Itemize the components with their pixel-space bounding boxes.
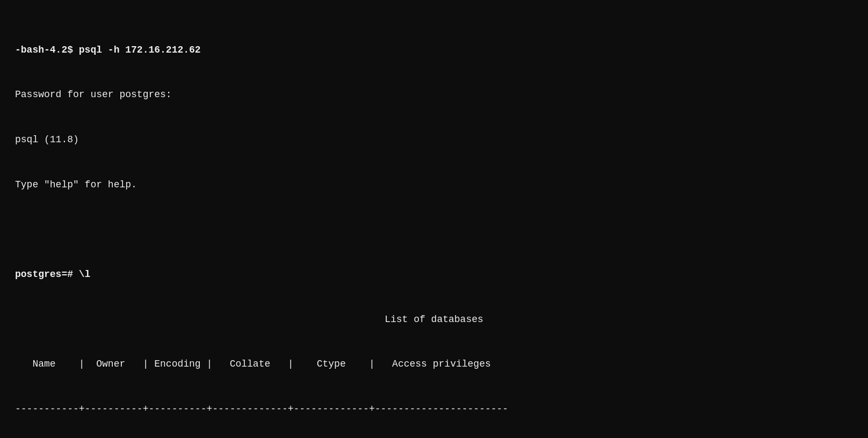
help-hint: Type "help" for help. xyxy=(15,178,853,193)
db-table-header: Name | Owner | Encoding | Collate | Ctyp… xyxy=(15,357,853,372)
password-prompt: Password for user postgres: xyxy=(15,87,853,103)
psql-version: psql (11.8) xyxy=(15,133,853,148)
terminal-window: -bash-4.2$ psql -h 172.16.212.62 Passwor… xyxy=(15,13,853,438)
db-list-title: List of databases xyxy=(15,312,853,327)
list-command: postgres=# \l xyxy=(15,267,853,282)
command-line-1: -bash-4.2$ psql -h 172.16.212.62 xyxy=(15,43,853,58)
db-separator: -----------+----------+----------+------… xyxy=(15,402,853,417)
